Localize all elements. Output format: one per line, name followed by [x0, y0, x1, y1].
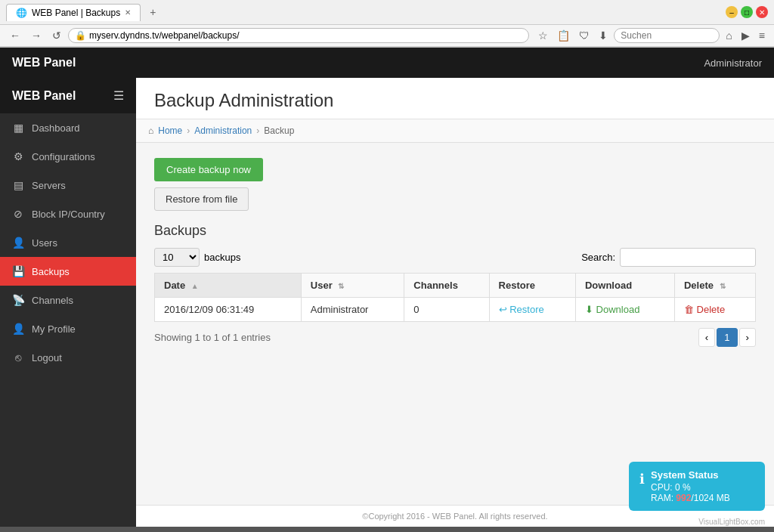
col-delete-label: Delete: [684, 280, 714, 291]
more-button[interactable]: ≡: [756, 28, 768, 43]
backups-icon: 💾: [12, 265, 24, 277]
restore-row-icon: ↩: [499, 304, 510, 315]
entries-per-page-select[interactable]: 10 25 50: [154, 248, 200, 267]
profile-button[interactable]: ▶: [738, 28, 753, 43]
users-icon: 👤: [12, 237, 24, 249]
cell-user: Administrator: [301, 298, 404, 322]
app-user-label: Administrator: [704, 57, 762, 69]
delete-row-button[interactable]: 🗑 Delete: [684, 304, 725, 315]
window-close-button[interactable]: ✕: [756, 6, 768, 18]
col-date[interactable]: Date ▲: [155, 274, 302, 298]
col-channels[interactable]: Channels: [404, 274, 489, 298]
download-button[interactable]: ⬇: [596, 28, 611, 43]
restore-row-button[interactable]: ↩ Restore: [499, 304, 544, 315]
delete-row-icon: 🗑: [684, 304, 697, 315]
sidebar-label-logout: Logout: [32, 352, 62, 363]
block-icon: ⊘: [12, 208, 24, 220]
sidebar-label-channels: Channels: [32, 295, 73, 306]
restore-from-file-button[interactable]: Restore from file: [154, 187, 249, 211]
tab-close-button[interactable]: ✕: [125, 8, 131, 17]
channels-icon: 📡: [12, 294, 24, 306]
window-minimize-button[interactable]: –: [726, 6, 738, 18]
lock-icon: 🔒: [75, 30, 86, 41]
breadcrumb-sep-1: ›: [187, 125, 190, 136]
sidebar-item-dashboard[interactable]: ▦ Dashboard: [0, 113, 136, 142]
history-button[interactable]: 📋: [554, 28, 573, 43]
backups-table: Date ▲ User ⇅ Channels Restore: [154, 273, 756, 322]
sidebar-label-dashboard: Dashboard: [32, 122, 80, 134]
col-delete[interactable]: Delete ⇅: [674, 274, 755, 298]
sidebar-label-configurations: Configurations: [32, 151, 95, 162]
pagination-page-1-button[interactable]: 1: [717, 328, 737, 347]
breadcrumb-home-link[interactable]: Home: [158, 125, 182, 136]
back-button[interactable]: ←: [6, 28, 24, 43]
forward-button[interactable]: →: [27, 28, 45, 43]
create-backup-button[interactable]: Create backup now: [154, 158, 263, 181]
breadcrumb-admin-link[interactable]: Administration: [194, 125, 252, 136]
window-maximize-button[interactable]: □: [741, 6, 753, 18]
table-row: 2016/12/09 06:31:49 Administrator 0 ↩ Re…: [155, 298, 756, 322]
pagination-prev-button[interactable]: ‹: [698, 328, 715, 347]
col-user[interactable]: User ⇅: [301, 274, 404, 298]
col-download[interactable]: Download: [575, 274, 674, 298]
col-download-label: Download: [585, 280, 632, 291]
sidebar-nav: ▦ Dashboard ⚙ Configurations ▤ Servers ⊘…: [0, 113, 136, 527]
cell-download: ⬇ Download: [575, 298, 674, 322]
new-tab-button[interactable]: +: [144, 3, 162, 21]
profile-nav-icon: 👤: [12, 323, 24, 335]
backups-section-title: Backups: [154, 223, 756, 239]
sidebar-toggle-button[interactable]: ☰: [113, 88, 124, 103]
shield-button[interactable]: 🛡: [576, 28, 593, 43]
watermark: VisualLightBox.com: [698, 518, 765, 526]
favicon: 🌐: [16, 8, 27, 18]
sidebar-item-configurations[interactable]: ⚙ Configurations: [0, 142, 136, 171]
info-icon: ℹ: [639, 471, 645, 487]
app-brand: WEB Panel: [12, 56, 76, 70]
home-breadcrumb-icon: ⌂: [148, 125, 153, 136]
refresh-button[interactable]: ↺: [48, 28, 65, 43]
sidebar-item-servers[interactable]: ▤ Servers: [0, 171, 136, 200]
bookmark-star-button[interactable]: ☆: [535, 28, 551, 43]
cell-channels: 0: [404, 298, 489, 322]
page-title: Backup Administration: [154, 90, 756, 111]
download-row-button[interactable]: ⬇ Download: [585, 304, 639, 315]
col-restore-label: Restore: [499, 280, 535, 291]
cpu-status: CPU: 0 %: [651, 482, 730, 493]
sidebar-item-channels[interactable]: 📡 Channels: [0, 286, 136, 314]
address-input[interactable]: [89, 30, 522, 41]
table-search-input[interactable]: [620, 248, 756, 267]
home-button[interactable]: ⌂: [723, 28, 735, 43]
pagination: ‹ 1 ›: [698, 328, 756, 347]
sidebar-item-users[interactable]: 👤 Users: [0, 228, 136, 257]
sidebar-item-block-ip[interactable]: ⊘ Block IP/Country: [0, 200, 136, 228]
cell-restore: ↩ Restore: [489, 298, 575, 322]
ram-status: RAM: 992/1024 MB: [651, 493, 730, 503]
breadcrumb-sep-2: ›: [256, 125, 259, 136]
breadcrumb-current: Backup: [264, 125, 294, 136]
pagination-next-button[interactable]: ›: [739, 328, 756, 347]
col-restore[interactable]: Restore: [489, 274, 575, 298]
sidebar-brand: WEB Panel: [12, 89, 76, 103]
sidebar-item-backups[interactable]: 💾 Backups: [0, 257, 136, 286]
tab-title: WEB Panel | Backups: [32, 8, 120, 18]
sidebar-label-servers: Servers: [32, 180, 66, 191]
browser-search-input[interactable]: [621, 30, 713, 41]
system-status-widget: ℹ System Status CPU: 0 % RAM: 992/1024 M…: [629, 462, 765, 511]
sidebar-item-my-profile[interactable]: 👤 My Profile: [0, 314, 136, 343]
col-user-label: User: [311, 280, 333, 291]
sidebar-item-logout[interactable]: ⎋ Logout: [0, 343, 136, 372]
sidebar-label-backups: Backups: [32, 266, 70, 277]
cell-date: 2016/12/09 06:31:49: [155, 298, 302, 322]
download-row-icon: ⬇: [585, 304, 596, 315]
system-status-title: System Status: [651, 469, 730, 481]
sort-icon-user: ⇅: [338, 282, 344, 290]
cell-delete: 🗑 Delete: [674, 298, 755, 322]
dashboard-icon: ▦: [12, 122, 24, 134]
breadcrumb: ⌂ Home › Administration › Backup: [136, 119, 774, 142]
entries-label: backups: [204, 252, 240, 263]
config-icon: ⚙: [12, 150, 24, 162]
sidebar-label-block-ip: Block IP/Country: [32, 209, 105, 220]
sort-icon-delete: ⇅: [720, 282, 726, 290]
logout-icon: ⎋: [12, 351, 24, 363]
col-date-label: Date: [164, 280, 185, 291]
